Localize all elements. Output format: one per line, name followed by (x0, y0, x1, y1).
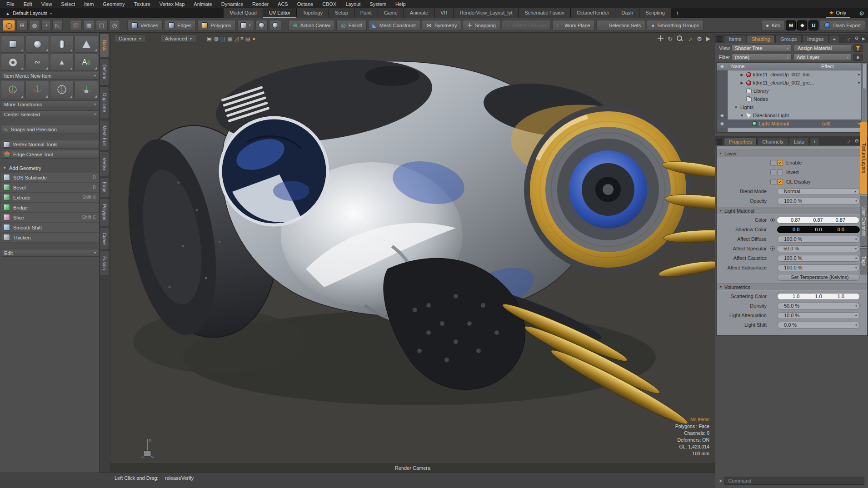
menu-item-view[interactable]: View (37, 0, 57, 8)
prop-add-tab-button[interactable]: + (809, 138, 819, 145)
gear-icon[interactable]: ⚙ (854, 138, 859, 144)
visibility-eye-icon[interactable]: ◉ (717, 121, 728, 126)
primitive-sphere-button[interactable] (25, 35, 49, 53)
side-tab-tags[interactable]: Tags (860, 248, 867, 274)
viewport-settings-button[interactable]: ⚙ (697, 36, 702, 42)
volumetrics-section-header[interactable]: ▾Volumetrics (717, 283, 867, 291)
protractor-button[interactable]: ◿ (234, 36, 239, 41)
scale-tool-button[interactable] (75, 81, 98, 99)
menu-item-edit[interactable]: Edit (19, 0, 37, 8)
tool-smoothing-groups-button[interactable]: ●Smoothing Groups (647, 20, 703, 31)
light-attenuation-field[interactable]: 10.0 %◂▸ (777, 312, 860, 319)
panel-corner-icon[interactable] (717, 36, 722, 42)
view-mode-dropdown[interactable]: Shader Tree ▾ (732, 45, 792, 52)
blend-mode-dropdown[interactable]: Normal▾ (777, 188, 860, 195)
tool-work-plane-button[interactable]: ∟Work Plane (552, 20, 595, 31)
menu-item-item[interactable]: Item (80, 0, 98, 8)
toolbar-pen-button[interactable]: ◺ (52, 20, 63, 31)
gear-icon[interactable]: ⚙ (854, 35, 859, 41)
radio-icon[interactable] (770, 218, 775, 222)
more-transforms-dropdown[interactable]: More Transforms ▾ (1, 100, 99, 108)
viewport-pan-button[interactable] (658, 35, 663, 42)
menu-item-texture[interactable]: Texture (130, 0, 155, 8)
filter-funnel-button[interactable] (853, 45, 863, 52)
rotate-tool-button[interactable] (50, 81, 74, 99)
viewport-rotate-button[interactable]: ↻ (668, 36, 673, 42)
density-field[interactable]: 50.0 %◂▸ (777, 303, 860, 309)
tool-selection-sets-button[interactable]: ▼Selection Sets (596, 20, 645, 31)
octane-ball-button[interactable]: ● (252, 36, 255, 41)
grid-button[interactable]: ▦ (227, 36, 232, 41)
tool-item-bridge[interactable]: Bridge (1, 203, 99, 213)
shadow-color-field[interactable]: 0.00.00.0 (777, 226, 860, 233)
layout-tab-paint[interactable]: Paint (354, 8, 378, 18)
dash-export-button[interactable]: Dash Export (820, 20, 865, 31)
primitive-patch-button[interactable]: ▲ (50, 54, 74, 71)
camera-frame-button[interactable]: ▣ (207, 36, 212, 41)
toolbar-grid-cube-button[interactable]: ⊞ (16, 20, 27, 31)
mini-slider-icon[interactable]: ◂▸ (855, 256, 857, 260)
menu-item-geometry[interactable]: Geometry (98, 0, 129, 8)
add-geometry-header[interactable]: ▼ Add Geometry (1, 164, 99, 171)
affect-diffuse-field[interactable]: 100.0 %◂▸ (777, 236, 860, 243)
scattering-color-field[interactable]: 1.01.01.0 (777, 293, 860, 300)
menu-item-system[interactable]: System (365, 0, 391, 8)
visibility-eye-icon[interactable]: ◉ (717, 113, 728, 118)
radio-icon[interactable] (770, 246, 775, 251)
center-selected-dropdown[interactable]: Center Selected ▾ (1, 110, 99, 118)
sidebar-tab-mesh-edit[interactable]: Mesh Edit (100, 120, 109, 151)
affect-subsurface-field[interactable]: 100.0 %◂▸ (777, 264, 860, 271)
tool-action-center-button[interactable]: ⊕Action Center (289, 20, 335, 31)
mini-slider-icon[interactable]: ◂▸ (855, 237, 857, 241)
tool-falloff-button[interactable]: ◎Falloff (336, 20, 366, 31)
layout-tab-schematic-fusion[interactable]: Schematic Fusion (519, 8, 570, 18)
menu-item-render[interactable]: Render (248, 0, 273, 8)
layout-tab-game[interactable]: Game (378, 8, 404, 18)
viewport-expand-button[interactable]: ▶ (706, 36, 710, 41)
layer-section-header[interactable]: ▾Layer (717, 149, 867, 157)
shader-tree-row-k3m11-cleanup-002-gre[interactable]: ▶k3m11_cleanUp_002_gre...▾ (717, 79, 867, 87)
primitive-cone-button[interactable] (75, 35, 98, 53)
expander-collapsed-icon[interactable]: ▶ (739, 73, 744, 77)
prop-tab-properties[interactable]: Properties (724, 138, 757, 145)
tool-symmetry-button[interactable]: ⋈Symmetry (422, 20, 462, 31)
app-badge-2[interactable]: U (808, 20, 818, 30)
toolbar-grid-plane-button[interactable]: ▦ (83, 20, 95, 31)
viewport-maximize-button[interactable]: ↔ (687, 35, 693, 42)
light-shift-field[interactable]: 0.0 %◂▸ (777, 322, 860, 329)
panel-corner-icon[interactable] (717, 139, 722, 144)
panel-tab-shading[interactable]: Shading (747, 35, 775, 43)
expand-diagonal-icon[interactable]: ↔ (844, 34, 853, 43)
menu-item-help[interactable]: Help (391, 0, 410, 8)
toolbar-copy-cubes-button[interactable]: ◫ (70, 20, 81, 31)
side-tab-user-channels[interactable]: User Channels (860, 196, 867, 247)
add-layout-tab-button[interactable]: + (671, 8, 684, 18)
sidebar-tab-fusion[interactable]: Fusion (100, 251, 109, 275)
default-layouts-dropdown[interactable]: ▲ Default Layouts ▾ (3, 8, 55, 18)
shader-tree-row-directional-light[interactable]: ◉▼Directional Light (717, 111, 867, 120)
command-input[interactable] (724, 477, 864, 485)
layout-tab-scripting[interactable]: Scripting (639, 8, 671, 18)
globe-button[interactable]: ◍ (214, 36, 218, 41)
checkbox-gl-display[interactable]: ✓ (777, 179, 783, 185)
layoutbar-gear-icon[interactable]: ⚙ (859, 8, 864, 18)
shader-tree-row-lights[interactable]: ▼Lights (717, 103, 867, 111)
mirror-button[interactable]: ◫ (220, 36, 225, 41)
tool-select-through-button[interactable]: ◌Select Through (502, 20, 551, 31)
opacity-field[interactable]: 100.0 %◂▸ (777, 198, 860, 204)
layout-tab-uv-editor[interactable]: UV Editor (263, 8, 297, 18)
prop-tab-lists[interactable]: Lists (789, 138, 809, 145)
primitive-torus-button[interactable] (1, 54, 25, 71)
mini-slider-icon[interactable]: ◂▸ (855, 266, 857, 269)
menu-item-select[interactable]: Select (56, 0, 80, 8)
sidebar-tab-basic[interactable]: Basic (100, 34, 109, 57)
3d-viewport[interactable]: Camera ▾ Advanced ▾ ▣◍◫▦◿≡▤● ↻↔⚙▶ y No I… (110, 33, 715, 473)
tool-item-slice[interactable]: SliceShift-C (1, 213, 99, 223)
mode-icon-button-3[interactable]: ▾ (237, 20, 254, 31)
menu-item-octane[interactable]: Octane (293, 0, 318, 8)
toolbar-ring-button[interactable]: ◔ (41, 20, 51, 31)
primitive-spring-button[interactable]: ∾ (25, 54, 49, 71)
viewport-zoom-button[interactable] (677, 35, 683, 42)
kits-button[interactable]: ●Kits (761, 20, 785, 31)
panel-tab-images[interactable]: Images (802, 35, 828, 43)
